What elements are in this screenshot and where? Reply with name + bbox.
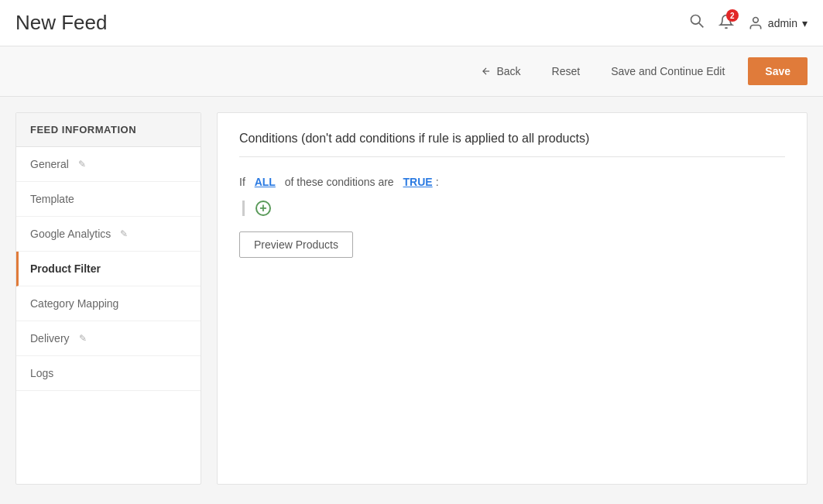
user-name: admin bbox=[768, 17, 797, 29]
save-button[interactable]: Save bbox=[748, 57, 808, 85]
svg-point-2 bbox=[753, 17, 759, 22]
true-keyword[interactable]: TRUE bbox=[403, 176, 433, 188]
add-icon: + bbox=[259, 202, 266, 214]
sidebar-item-label: General bbox=[30, 158, 69, 170]
notification-bell[interactable]: 2 bbox=[718, 14, 734, 32]
sidebar-header: FEED INFORMATION bbox=[16, 113, 201, 147]
sidebar-item-label: Product Filter bbox=[30, 262, 101, 275]
save-label: Save bbox=[765, 65, 790, 77]
add-condition-button[interactable]: + bbox=[255, 201, 271, 216]
sidebar-item-delivery[interactable]: Delivery ✎ bbox=[16, 321, 201, 356]
sidebar-item-label: Google Analytics bbox=[30, 228, 111, 240]
notification-badge: 2 bbox=[726, 9, 739, 22]
search-icon[interactable] bbox=[689, 13, 705, 33]
if-label: If bbox=[239, 176, 245, 188]
toolbar: Back Reset Save and Continue Edit Save bbox=[0, 46, 823, 97]
svg-line-1 bbox=[699, 23, 703, 27]
sidebar-item-label: Delivery bbox=[30, 332, 70, 345]
main-layout: FEED INFORMATION General ✎ Template Goog… bbox=[0, 97, 823, 500]
back-label: Back bbox=[496, 65, 520, 77]
save-continue-label: Save and Continue Edit bbox=[611, 65, 725, 77]
sidebar-item-product-filter[interactable]: Product Filter bbox=[16, 252, 201, 286]
colon: : bbox=[436, 176, 439, 188]
edit-icon: ✎ bbox=[120, 228, 128, 239]
page-title: New Feed bbox=[15, 11, 108, 35]
preview-label: Preview Products bbox=[254, 238, 338, 251]
user-chevron: ▾ bbox=[802, 17, 808, 29]
header-actions: 2 admin ▾ bbox=[689, 13, 808, 33]
svg-point-0 bbox=[691, 15, 700, 25]
back-button[interactable]: Back bbox=[473, 60, 528, 82]
content-area: Conditions (don't add conditions if rule… bbox=[217, 112, 808, 485]
sidebar-item-template[interactable]: Template bbox=[16, 182, 201, 217]
sidebar: FEED INFORMATION General ✎ Template Goog… bbox=[15, 112, 201, 485]
condition-tree: + bbox=[242, 201, 785, 216]
sidebar-item-label: Category Mapping bbox=[30, 297, 118, 310]
of-these-label: of these conditions are bbox=[285, 176, 394, 188]
conditions-row: If ALL of these conditions are TRUE : bbox=[239, 176, 785, 188]
preview-products-button[interactable]: Preview Products bbox=[239, 231, 353, 258]
page-header: New Feed 2 admin ▾ bbox=[0, 0, 823, 46]
sidebar-item-logs[interactable]: Logs bbox=[16, 356, 201, 391]
reset-label: Reset bbox=[552, 65, 581, 77]
edit-icon: ✎ bbox=[78, 159, 86, 170]
reset-button[interactable]: Reset bbox=[544, 60, 588, 82]
sidebar-item-google-analytics[interactable]: Google Analytics ✎ bbox=[16, 217, 201, 252]
all-keyword[interactable]: ALL bbox=[255, 176, 276, 188]
sidebar-item-label: Logs bbox=[30, 367, 53, 379]
sidebar-item-category-mapping[interactable]: Category Mapping bbox=[16, 286, 201, 321]
sidebar-item-label: Template bbox=[30, 193, 74, 205]
user-menu[interactable]: admin ▾ bbox=[748, 15, 808, 31]
edit-icon: ✎ bbox=[79, 333, 87, 344]
save-continue-button[interactable]: Save and Continue Edit bbox=[603, 60, 732, 82]
conditions-title: Conditions (don't add conditions if rule… bbox=[239, 132, 785, 146]
section-divider bbox=[239, 156, 785, 157]
sidebar-item-general[interactable]: General ✎ bbox=[16, 147, 201, 182]
